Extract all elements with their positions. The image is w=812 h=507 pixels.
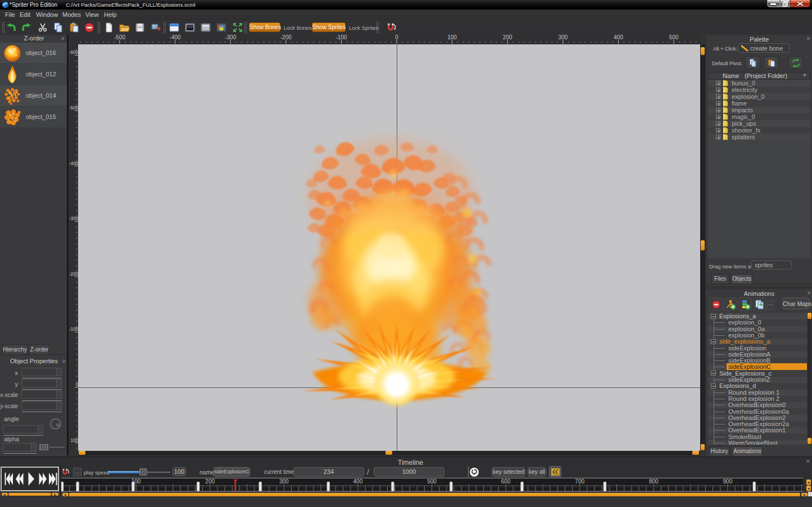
svg-text:-400: -400 (69, 161, 78, 166)
svg-text:-300: -300 (69, 216, 78, 221)
svg-text:200: 200 (205, 478, 215, 485)
svg-text:500: 500 (669, 35, 679, 40)
svg-text:100: 100 (71, 437, 78, 443)
svg-text:400: 400 (614, 35, 623, 40)
svg-text:-100: -100 (335, 35, 347, 40)
svg-text:300: 300 (279, 478, 289, 485)
svg-text:300: 300 (558, 35, 568, 40)
svg-text:-100: -100 (69, 326, 78, 332)
svg-text:700: 700 (575, 478, 584, 485)
svg-text:-500: -500 (114, 35, 125, 40)
svg-text:-500: -500 (69, 105, 78, 111)
svg-text:-200: -200 (69, 271, 78, 277)
svg-text:-300: -300 (225, 35, 236, 40)
svg-text:800: 800 (649, 478, 659, 485)
svg-text:500: 500 (427, 478, 437, 485)
svg-text:900: 900 (723, 478, 733, 485)
svg-text:-400: -400 (170, 35, 181, 40)
svg-text:200: 200 (503, 35, 512, 40)
svg-text:100: 100 (447, 35, 457, 40)
svg-text:400: 400 (353, 478, 363, 485)
svg-text:-200: -200 (280, 35, 292, 40)
svg-text:600: 600 (501, 478, 511, 485)
svg-text:0: 0 (395, 35, 398, 40)
svg-text:-600: -600 (69, 49, 78, 55)
